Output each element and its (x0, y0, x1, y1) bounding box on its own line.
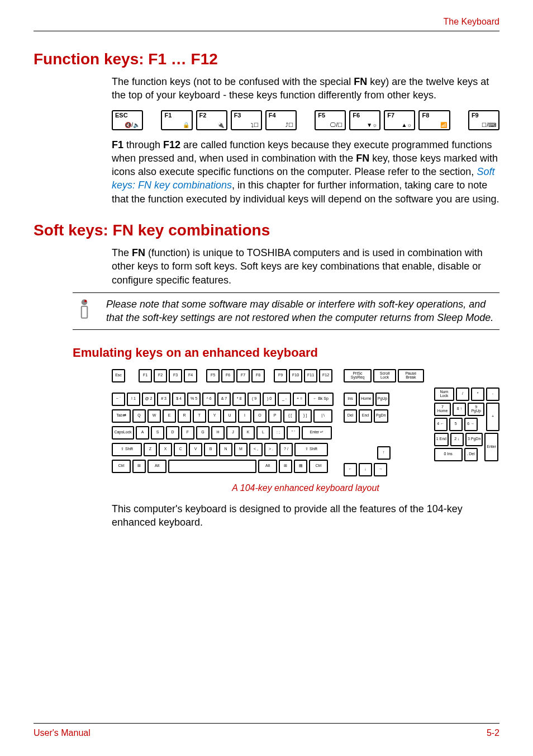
key-f6: F6▼☼ (349, 110, 380, 130)
key: T (193, 409, 206, 423)
key: 6 → (464, 418, 478, 431)
key: B (204, 443, 217, 456)
fn-key-illustration: ESC🔇/🔈 F1🔒 F2🔌 F3⤵☐ F4⤴☐ F5🖵/☐ F6▼☼ F7▲☼… (112, 110, 499, 130)
key: 9 PgUp (468, 403, 484, 416)
key: G (196, 426, 210, 440)
text: (function) is unique to TOSHIBA computer… (112, 247, 483, 286)
key-label: F6 (353, 112, 360, 119)
key-label: F3 (234, 112, 241, 119)
text-bold-fn: FN (354, 76, 367, 87)
key: * (471, 388, 484, 401)
key: | \ (313, 409, 332, 423)
keyboard-numpad-cluster: Num Lock / * - 7 Home 8 ↑ 9 PgUp 4 ← 5 6… (434, 369, 499, 461)
footer-rule (34, 723, 499, 724)
key: 5 (449, 418, 463, 431)
key-label: F8 (422, 112, 429, 119)
key: F5 (206, 369, 220, 382)
key: Q (132, 409, 146, 423)
key: Z (144, 443, 157, 456)
key: S (151, 426, 164, 440)
note-text: Please note that some software may disab… (106, 297, 499, 325)
text: through (123, 139, 163, 150)
key-arrow-down: ↓ (359, 463, 372, 476)
key-win-left: ⊞ (132, 460, 146, 473)
keyboard-main-cluster: Esc F1 F2 F3 F4 F5 F6 F7 F8 F9 F10 F11 F… (112, 369, 334, 473)
heading-function-keys: Function keys: F1 … F12 (34, 50, 499, 68)
key-win-right: ⊞ (279, 460, 292, 473)
svg-point-2 (82, 299, 88, 305)
key: F9 (274, 369, 287, 382)
key-menu: ▤ (294, 460, 307, 473)
key-shift-right: ⇧ Shift (294, 443, 328, 456)
key-pause: Pause Break (398, 369, 424, 382)
key: M (234, 443, 248, 456)
key-f1: F1🔒 (161, 110, 192, 130)
key: - (486, 388, 499, 401)
key-pgup: PgUp (375, 393, 390, 406)
key: F8 (251, 369, 265, 382)
lock-icon: 🔒 (183, 122, 189, 128)
footer-doc-title: User's Manual (34, 728, 91, 738)
footer-page-number: 5-2 (487, 728, 499, 738)
key-esc: ESC🔇/🔈 (112, 110, 143, 130)
key: " ' (287, 426, 300, 440)
key: < , (249, 443, 263, 456)
key: + = (293, 393, 306, 406)
hibernate-icon: ⤴☐ (285, 122, 293, 128)
key: 0 Ins (434, 448, 463, 461)
key: K (241, 426, 255, 440)
key-capslock: CapsLock (112, 426, 134, 440)
key: F6 (221, 369, 235, 382)
key-arrow-right: → (374, 463, 387, 476)
key: ! 1 (127, 393, 140, 406)
key: & 7 (217, 393, 231, 406)
key: F3 (169, 369, 182, 382)
key-scrolllock: Scroll Lock (373, 369, 396, 382)
para-function-keys-intro: The function keys (not to be confused wi… (112, 75, 499, 102)
key: P (268, 409, 282, 423)
key-label: F7 (387, 112, 394, 119)
key-arrow-left: ← (344, 463, 357, 476)
key-end: End (359, 409, 372, 423)
brightness-down-icon: ▼☼ (367, 122, 377, 128)
key-f4: F4⤴☐ (265, 110, 297, 130)
key: ~ ` (112, 393, 125, 406)
key-label: F9 (472, 112, 479, 119)
key-del: Del (344, 409, 357, 423)
heading-emulating-keys: Emulating keys on an enhanced keyboard (73, 346, 499, 360)
key: 3 PgDn (465, 433, 483, 446)
key-f7: F7▲☼ (384, 110, 415, 130)
key-home: Home (359, 393, 374, 406)
wireless-icon: 📶 (440, 122, 447, 128)
key: E (163, 409, 176, 423)
key: 7 Home (434, 403, 451, 416)
key: U (223, 409, 236, 423)
display-icon: 🖵/☐ (330, 122, 342, 128)
key-pgdn: PgDn (374, 409, 388, 423)
figure-caption: A 104-key enhanced keyboard layout (112, 483, 499, 493)
key-label: ESC (115, 112, 128, 119)
key: ) 0 (263, 393, 276, 406)
key: N (219, 443, 232, 456)
key-f3: F3⤵☐ (231, 110, 262, 130)
key: : ; (272, 426, 285, 440)
svg-point-3 (84, 300, 87, 302)
key: F10 (289, 369, 302, 382)
text-bold-fn: FN (356, 153, 369, 164)
key: H (211, 426, 225, 440)
key: F4 (184, 369, 197, 382)
key: Esc (112, 369, 125, 382)
key-numpad-plus: + (486, 403, 499, 431)
text: The (112, 247, 132, 258)
key: 8 ↑ (453, 403, 466, 416)
key: @ 2 (142, 393, 155, 406)
key-alt-left: Alt (147, 460, 166, 473)
key-f9: F9☐/⌨ (468, 110, 499, 130)
key: / (456, 388, 469, 401)
key: W (147, 409, 161, 423)
key-tab: Tab⇄ (112, 409, 131, 423)
key-label: F1 (164, 112, 172, 119)
note-block: Please note that some software may disab… (73, 292, 499, 330)
key-label: F2 (199, 112, 207, 119)
touchpad-icon: ☐/⌨ (482, 122, 496, 128)
